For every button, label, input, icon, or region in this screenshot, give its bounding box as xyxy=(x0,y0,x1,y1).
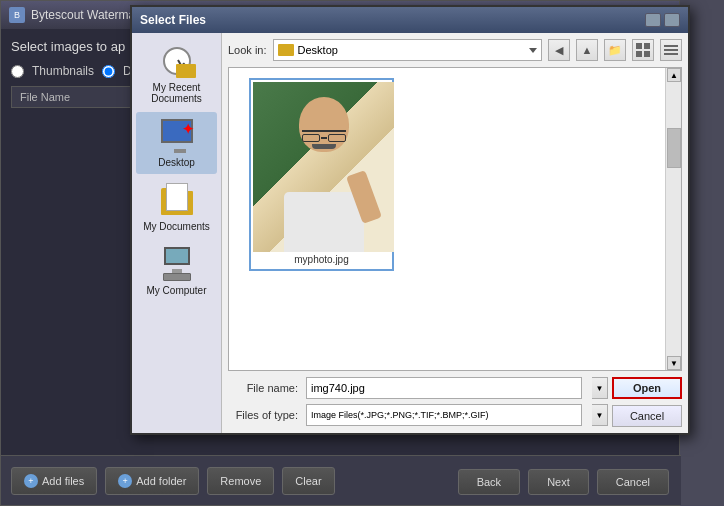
nav-back-button[interactable]: ◀ xyxy=(548,39,570,61)
filename-row: File name: img740.jpg ▼ xyxy=(228,377,608,399)
add-files-label: Add files xyxy=(42,475,84,487)
dialog-titlebar-buttons xyxy=(645,13,680,27)
remove-label: Remove xyxy=(220,475,261,487)
desktop-star-icon: ✦ xyxy=(182,121,194,137)
svg-rect-8 xyxy=(664,45,678,47)
glasses-left xyxy=(302,134,320,142)
scrollbar-thumb[interactable] xyxy=(667,128,681,168)
view-icon xyxy=(635,42,651,58)
filename-value: img740.jpg xyxy=(311,382,365,394)
glasses-bridge xyxy=(321,137,327,139)
photo-filename-label: myphoto.jpg xyxy=(253,252,390,267)
filename-input[interactable]: img740.jpg xyxy=(306,377,582,399)
my-computer-label: My Computer xyxy=(146,285,206,296)
svg-rect-4 xyxy=(636,43,642,49)
look-in-label: Look in: xyxy=(228,44,267,56)
recent-docs-label: My RecentDocuments xyxy=(151,82,202,104)
nav-up-button[interactable]: ▲ xyxy=(576,39,598,61)
filetype-row: Files of type: Image Files(*.JPG;*.PNG;*… xyxy=(228,404,608,426)
photo-image xyxy=(253,82,394,252)
person-head xyxy=(299,97,349,152)
look-in-dropdown-arrow xyxy=(529,48,537,53)
dialog-maximize-button[interactable] xyxy=(664,13,680,27)
field-action-row: File name: img740.jpg ▼ Files of type: I… xyxy=(228,377,682,427)
dialog-toolbar: Look in: Desktop ◀ ▲ 📁 xyxy=(228,39,682,61)
filetype-combo[interactable]: Image Files(*.JPG;*.PNG;*.TIF;*.BMP;*.GI… xyxy=(306,404,582,426)
clear-label: Clear xyxy=(295,475,321,487)
app-icon: B xyxy=(9,7,25,23)
sidebar-item-mydocs[interactable]: My Documents xyxy=(136,176,217,238)
scrollbar-arrow-up[interactable]: ▲ xyxy=(667,68,681,82)
select-files-dialog: Select Files My RecentDocuments xyxy=(130,5,690,435)
add-folder-label: Add folder xyxy=(136,475,186,487)
bottom-right-buttons: Back Next Cancel xyxy=(458,469,669,495)
dialog-main: Look in: Desktop ◀ ▲ 📁 xyxy=(222,33,688,433)
cancel-button[interactable]: Cancel xyxy=(612,405,682,427)
filetype-label: Files of type: xyxy=(228,409,298,421)
desktop-icon: ✦ xyxy=(157,118,197,154)
list-icon xyxy=(663,42,679,58)
sidebar-item-desktop[interactable]: ✦ Desktop xyxy=(136,112,217,174)
add-files-icon: + xyxy=(24,474,38,488)
paper-shape xyxy=(166,183,188,211)
filetype-dropdown-arrow[interactable]: ▼ xyxy=(592,404,608,426)
add-files-button[interactable]: + Add files xyxy=(11,467,97,495)
dialog-title: Select Files xyxy=(140,13,206,27)
folder-bg xyxy=(176,64,196,78)
field-inputs: File name: img740.jpg ▼ Files of type: I… xyxy=(228,377,608,426)
dialog-titlebar: Select Files xyxy=(132,7,688,33)
svg-rect-7 xyxy=(644,51,650,57)
back-button[interactable]: Back xyxy=(458,469,520,495)
add-folder-icon: + xyxy=(118,474,132,488)
comp-monitor xyxy=(164,247,190,265)
my-documents-label: My Documents xyxy=(143,221,210,232)
glasses-right xyxy=(328,134,346,142)
sidebar-item-recent[interactable]: My RecentDocuments xyxy=(136,37,217,110)
person-shirt xyxy=(284,192,364,252)
file-browse-area[interactable]: myphoto.jpg ▲ ▼ xyxy=(228,67,682,371)
details-radio[interactable] xyxy=(102,65,115,78)
dialog-sidebar: My RecentDocuments ✦ Desktop xyxy=(132,33,222,433)
comp-base xyxy=(163,273,191,281)
column-label: File Name xyxy=(20,91,70,103)
view-list-button[interactable] xyxy=(660,39,682,61)
file-area-scrollbar[interactable]: ▲ ▼ xyxy=(665,68,681,370)
dialog-minimize-button[interactable] xyxy=(645,13,661,27)
next-button[interactable]: Next xyxy=(528,469,589,495)
add-folder-button[interactable]: + Add folder xyxy=(105,467,199,495)
action-buttons: Open Cancel xyxy=(612,377,682,427)
my-computer-icon xyxy=(157,246,197,282)
filetype-arrow-icon: ▼ xyxy=(596,411,604,420)
file-list-header: File Name xyxy=(11,86,141,108)
dropdown-arrow-icon: ▼ xyxy=(596,384,604,393)
sidebar-item-mycomputer[interactable]: My Computer xyxy=(136,240,217,302)
dialog-body: My RecentDocuments ✦ Desktop xyxy=(132,33,688,433)
open-button[interactable]: Open xyxy=(612,377,682,399)
look-in-value: Desktop xyxy=(298,44,338,56)
svg-rect-5 xyxy=(644,43,650,49)
my-documents-icon xyxy=(157,182,197,218)
cancel-main-button[interactable]: Cancel xyxy=(597,469,669,495)
filename-label: File name: xyxy=(228,382,298,394)
nav-new-folder-button[interactable]: 📁 xyxy=(604,39,626,61)
svg-rect-10 xyxy=(664,53,678,55)
clear-button[interactable]: Clear xyxy=(282,467,334,495)
look-in-combo[interactable]: Desktop xyxy=(273,39,542,61)
desktop-label: Desktop xyxy=(158,157,195,168)
scrollbar-arrow-down[interactable]: ▼ xyxy=(667,356,681,370)
filename-dropdown-arrow[interactable]: ▼ xyxy=(592,377,608,399)
monitor-stand xyxy=(174,149,186,153)
filetype-value: Image Files(*.JPG;*.PNG;*.TIF;*.BMP;*.GI… xyxy=(311,410,489,420)
photo-thumbnail[interactable]: myphoto.jpg xyxy=(249,78,394,271)
recent-docs-icon xyxy=(157,43,197,79)
mustache xyxy=(312,144,336,149)
thumbnails-label: Thumbnails xyxy=(32,64,94,78)
thumbnails-radio[interactable] xyxy=(11,65,24,78)
glasses xyxy=(302,130,346,138)
svg-rect-9 xyxy=(664,49,678,51)
remove-button[interactable]: Remove xyxy=(207,467,274,495)
svg-rect-6 xyxy=(636,51,642,57)
view-toggle-button[interactable] xyxy=(632,39,654,61)
folder-icon-small xyxy=(278,44,294,56)
